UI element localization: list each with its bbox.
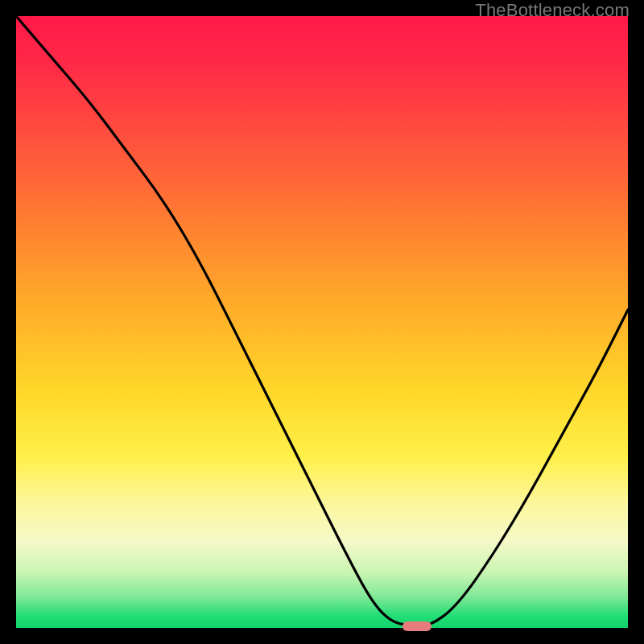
minimum-marker: [402, 621, 431, 631]
chart-container: TheBottleneck.com: [0, 0, 644, 644]
bottleneck-curve: [16, 16, 628, 626]
plot-area: [16, 16, 628, 628]
bottleneck-curve-svg: [16, 16, 628, 628]
